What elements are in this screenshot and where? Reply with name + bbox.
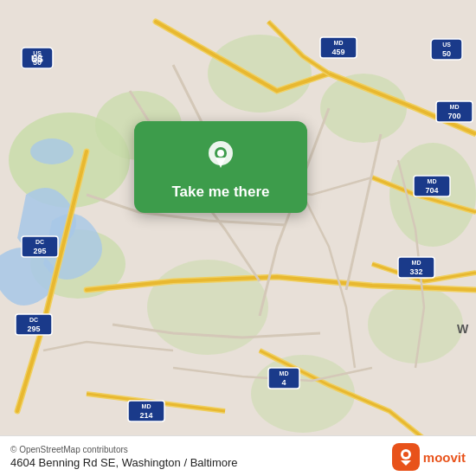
location-pin-icon: [202, 137, 240, 175]
svg-text:DC: DC: [29, 317, 38, 323]
svg-point-56: [217, 150, 224, 157]
svg-text:50: 50: [33, 58, 42, 67]
map-background: US 50 US 50 US 50 MD 459 MD 700 MD 704 D…: [0, 0, 476, 476]
svg-text:MD: MD: [142, 403, 151, 409]
svg-text:MD: MD: [412, 260, 421, 266]
svg-point-10: [30, 138, 74, 164]
address-label: 4604 Benning Rd SE, Washington / Baltimo…: [10, 456, 238, 469]
svg-text:459: 459: [331, 48, 344, 56]
svg-text:MD: MD: [450, 104, 460, 110]
navigation-popup[interactable]: Take me there: [134, 121, 307, 213]
svg-text:W: W: [457, 322, 469, 336]
address-info: © OpenStreetMap contributors 4604 Bennin…: [10, 445, 238, 469]
svg-point-9: [251, 355, 355, 433]
svg-text:50: 50: [442, 49, 451, 58]
svg-text:MD: MD: [334, 40, 344, 46]
moovit-text-label: moovit: [423, 450, 466, 465]
svg-text:DC: DC: [35, 239, 44, 245]
moovit-logo: moovit: [392, 443, 466, 471]
map-container: US 50 US 50 US 50 MD 459 MD 700 MD 704 D…: [0, 0, 476, 476]
svg-point-4: [320, 74, 407, 143]
svg-point-8: [368, 286, 463, 363]
osm-attribution: © OpenStreetMap contributors: [10, 445, 238, 454]
svg-text:MD: MD: [428, 178, 437, 184]
bottom-bar: © OpenStreetMap contributors 4604 Bennin…: [0, 435, 476, 476]
svg-text:US: US: [33, 50, 42, 56]
svg-text:214: 214: [139, 411, 152, 420]
svg-point-60: [403, 452, 408, 457]
svg-text:295: 295: [27, 325, 40, 333]
svg-text:332: 332: [409, 267, 422, 276]
svg-text:704: 704: [425, 186, 438, 195]
take-me-there-label: Take me there: [171, 183, 269, 201]
svg-text:MD: MD: [280, 370, 289, 376]
svg-text:700: 700: [447, 112, 460, 120]
svg-text:4: 4: [281, 378, 286, 387]
svg-text:295: 295: [33, 247, 46, 255]
svg-point-6: [147, 260, 268, 355]
moovit-icon: [392, 443, 420, 471]
svg-text:US: US: [442, 42, 451, 48]
